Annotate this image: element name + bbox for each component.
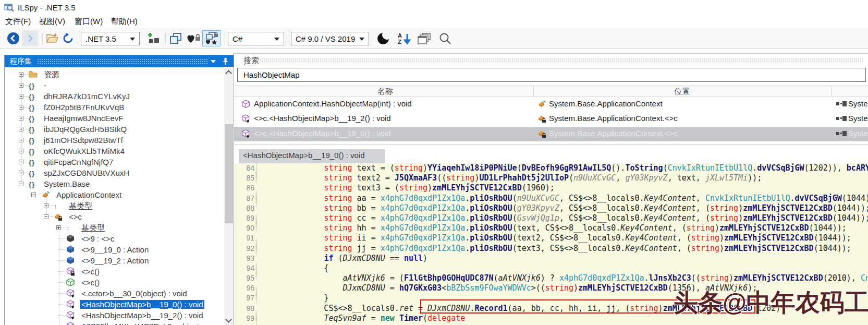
version-select-value: C# 9.0 / VS 2019 <box>296 34 355 43</box>
tree-item[interactable]: <>c() <box>5 277 224 288</box>
tree-item-label: qitiFcpaCnNgfNjfQ7 <box>42 158 115 166</box>
tree-item[interactable]: 资源 <box>5 69 224 80</box>
tree-item[interactable]: <.cctor>b__30_0(object) : void <box>5 288 224 299</box>
tree-item[interactable]: ↑基类型 <box>5 222 224 233</box>
expand-icon[interactable] <box>19 105 23 110</box>
result-row[interactable]: ApplicationContext.HashObjectMap(int) : … <box>234 97 868 112</box>
expand-icon[interactable] <box>44 203 48 208</box>
tree-item[interactable]: <HashObjectMap>b__19_0() : void <box>5 299 224 310</box>
tree-item[interactable]: {}- <box>5 80 224 91</box>
result-location: System.Base.ApplicationContext.<>c <box>549 129 678 138</box>
tree-item[interactable]: <HashObjectMap>b__19_2() : void <box>5 310 224 321</box>
collapse-icon[interactable] <box>31 192 36 197</box>
tab-hashobjectmap[interactable]: <HashObjectMap>b__19_0() : void <box>239 149 385 163</box>
cube-heart-icon <box>66 289 75 298</box>
tree-item[interactable]: {}HaeajIgmw8JNncEevF <box>5 113 224 124</box>
add-list-button[interactable] <box>148 32 160 46</box>
tree-item-label: fZ0H2p5tB7FnUKvVqB <box>42 103 126 112</box>
tree-item[interactable]: {}qitiFcpaCnNgfNjfQ7 <box>5 157 224 167</box>
version-select[interactable]: C# 9.0 / VS 2019 <box>291 32 369 45</box>
tree-item-label: ApplicationContext <box>55 190 123 199</box>
tree-scrollbar[interactable] <box>224 67 234 325</box>
scroll-down-button[interactable] <box>224 316 234 325</box>
expand-icon[interactable] <box>19 171 23 175</box>
expand-icon[interactable] <box>19 94 23 99</box>
tree-item[interactable]: {}dhRJRA7kD1mCYLvKyJ <box>5 91 224 102</box>
dark-theme-button[interactable] <box>376 32 390 47</box>
menu-item[interactable]: 文件(F) <box>5 17 31 27</box>
open-file-button[interactable] <box>46 32 59 46</box>
tree-item-label: 资源 <box>42 70 61 80</box>
search-input[interactable]: HashObjectMap <box>237 68 866 82</box>
expand-icon[interactable] <box>19 138 23 142</box>
assemblies-panel-title: 程序集 <box>10 57 32 66</box>
cube-blue-icon <box>66 245 75 254</box>
line-number: 90 <box>234 223 254 233</box>
tree-item[interactable]: {}spZJxCGD8NUBtVXuxH <box>5 167 224 178</box>
ilspy-window: ILSpy - .NET 3.5 文件(F)视图(V)窗口(W)帮助(H) .N… <box>0 0 868 325</box>
scrollbar-thumb[interactable] <box>225 124 233 223</box>
line-number: 95 <box>234 273 254 283</box>
search-button[interactable] <box>438 32 452 47</box>
expand-icon[interactable] <box>19 160 23 164</box>
result-row[interactable]: <>c.<HashObjectMap>b__19_2() : voidSyste… <box>234 112 868 126</box>
cube-heart-icon <box>241 114 251 124</box>
tree-item[interactable]: <>9 : <>c <box>5 233 224 244</box>
tree-item[interactable]: <>c() <box>5 266 224 277</box>
forward-button[interactable] <box>22 30 38 46</box>
framework-select[interactable]: .NET 3.5 <box>81 32 140 45</box>
pin-icon[interactable] <box>221 57 229 65</box>
expand-icon[interactable] <box>56 225 61 230</box>
refresh-button[interactable] <box>62 32 75 47</box>
tree-item-label: 基类型 <box>80 223 106 233</box>
tree-item[interactable]: {}ibJDqRQgGxdH5BStkQ <box>5 124 224 135</box>
windows-button[interactable] <box>169 32 183 46</box>
tree-item-label: <>9__19_2 : Action <box>80 256 150 265</box>
heart-lock-button[interactable] <box>186 33 201 46</box>
scroll-up-button[interactable] <box>224 67 234 76</box>
tree-item[interactable]: ↑基类型 <box>5 200 224 211</box>
tree-item[interactable]: {}oKfcQWukXLl5TMiMk4 <box>5 146 224 157</box>
result-row[interactable]: <>c.<HashObjectMap>b__19_0() : voidSyste… <box>234 127 868 141</box>
expand-icon[interactable] <box>19 72 23 77</box>
assemblies-panel-header[interactable]: 程序集 <box>5 55 234 67</box>
braces-icon: {} <box>29 136 38 145</box>
tree-item[interactable]: <>9__19_2 : Action <box>5 255 224 266</box>
collapse-icon[interactable] <box>19 182 23 186</box>
line-number: 96 <box>234 283 254 293</box>
menu-item[interactable]: 视图(V) <box>39 17 65 27</box>
line-number: 88 <box>234 203 254 213</box>
language-select[interactable]: C# <box>228 32 284 45</box>
search-pane-header: 搜索 <box>234 54 868 67</box>
braces-icon: {} <box>29 179 38 188</box>
line-number: 98 <box>234 304 254 314</box>
class-lock-icon <box>537 114 547 124</box>
cube-green-icon <box>66 278 75 287</box>
tree-item[interactable]: ApplicationContext <box>5 189 224 200</box>
collapse-icon[interactable] <box>44 214 48 219</box>
tree-item[interactable]: {}j61mOHSdtpw82BtwTf <box>5 135 224 146</box>
heart-star-toggle[interactable] <box>202 30 221 46</box>
line-number: 94 <box>234 263 254 273</box>
tree-item[interactable]: A9B55lhcMKIwX4E7EpL0 : object <box>5 321 224 325</box>
window-stack-button[interactable] <box>418 32 432 47</box>
chevron-down-icon[interactable] <box>211 60 216 63</box>
framework-select-value: .NET 3.5 <box>85 34 116 43</box>
tree-item[interactable]: <>c <box>5 211 224 222</box>
expand-icon[interactable] <box>19 127 23 131</box>
expand-icon[interactable] <box>19 116 23 121</box>
menu-item[interactable]: 窗口(W) <box>75 17 103 27</box>
sort-button[interactable]: AZ <box>398 32 414 47</box>
class-lock-icon <box>537 129 547 139</box>
tree-item[interactable]: <>9__19_0 : Action <box>5 244 224 255</box>
tree-item[interactable]: {}System.Base <box>5 178 224 189</box>
expand-icon[interactable] <box>19 149 23 153</box>
line-number: 97 <box>234 293 254 303</box>
tree-item-label: System.Base <box>42 179 91 188</box>
tree-item[interactable]: {}fZ0H2p5tB7FnUKvVqB <box>5 102 224 113</box>
column-header-name[interactable]: 名称 <box>237 87 533 97</box>
expand-icon[interactable] <box>19 83 23 88</box>
back-button[interactable] <box>7 32 20 47</box>
menu-item[interactable]: 帮助(H) <box>111 17 138 27</box>
column-header-location[interactable]: 位置 <box>533 87 831 97</box>
